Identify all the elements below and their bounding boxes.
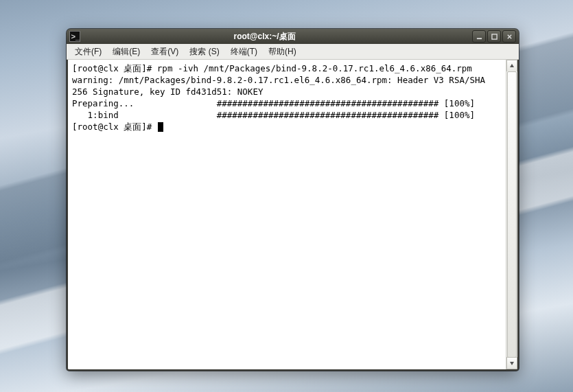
titlebar[interactable]: >_ root@clx:~/桌面: [67, 29, 519, 44]
scrollbar-thumb[interactable]: [507, 71, 517, 358]
menu-search[interactable]: 搜索 (S): [184, 45, 224, 59]
terminal-window: >_ root@clx:~/桌面 文件(F) 编辑(E) 查看(V) 搜索 (S…: [67, 29, 519, 371]
svg-marker-6: [510, 362, 514, 365]
scrollbar-track[interactable]: [506, 71, 517, 358]
terminal-line: [root@clx 桌面]# rpm -ivh /mnt/Packages/bi…: [72, 63, 472, 73]
menu-terminal[interactable]: 终端(T): [225, 45, 263, 59]
terminal-output[interactable]: [root@clx 桌面]# rpm -ivh /mnt/Packages/bi…: [68, 60, 506, 369]
menu-view[interactable]: 查看(V): [145, 45, 184, 59]
window-title: root@clx:~/桌面: [57, 31, 472, 43]
svg-marker-5: [510, 64, 514, 67]
minimize-button[interactable]: [472, 30, 486, 43]
svg-rect-1: [476, 38, 481, 39]
maximize-button[interactable]: [487, 30, 501, 43]
terminal-line: warning: /mnt/Packages/bind-9.8.2-0.17.r…: [72, 75, 485, 85]
close-button[interactable]: [502, 30, 516, 43]
menu-edit[interactable]: 编辑(E): [107, 45, 145, 59]
svg-rect-2: [491, 34, 496, 38]
window-controls: [472, 30, 516, 43]
menu-help[interactable]: 帮助(H): [263, 45, 302, 59]
scrollbar[interactable]: [506, 60, 517, 369]
menu-file[interactable]: 文件(F): [69, 45, 107, 59]
desktop-background: >_ root@clx:~/桌面 文件(F) 编辑(E) 查看(V) 搜索 (S…: [0, 0, 573, 392]
terminal-line: 1:bind #################################…: [72, 110, 475, 120]
terminal-line: 256 Signature, key ID fd431d51: NOKEY: [72, 87, 263, 97]
terminal-prompt: [root@clx 桌面]#: [72, 122, 157, 132]
scroll-up-button[interactable]: [506, 60, 517, 72]
cursor: [158, 122, 163, 132]
terminal-area: [root@clx 桌面]# rpm -ivh /mnt/Packages/bi…: [67, 60, 519, 371]
scroll-down-button[interactable]: [506, 357, 517, 369]
terminal-line: Preparing... ###########################…: [72, 98, 475, 108]
menubar: 文件(F) 编辑(E) 查看(V) 搜索 (S) 终端(T) 帮助(H): [67, 44, 519, 60]
